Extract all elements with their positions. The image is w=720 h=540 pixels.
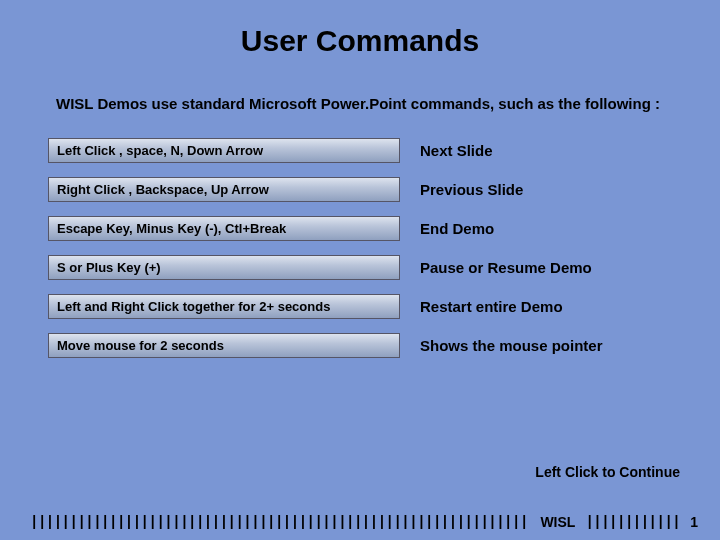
command-row: Escape Key, Minus Key (-), Ctl+Break End… bbox=[48, 216, 680, 241]
command-row: Move mouse for 2 seconds Shows the mouse… bbox=[48, 333, 680, 358]
footer-brand: WISL bbox=[530, 514, 585, 530]
command-row: S or Plus Key (+) Pause or Resume Demo bbox=[48, 255, 680, 280]
footer-ticks-right: |||||||||||| bbox=[585, 514, 680, 530]
slide-title: User Commands bbox=[0, 0, 720, 58]
action-cell: Restart entire Demo bbox=[400, 298, 680, 315]
command-cell: Left Click , space, N, Down Arrow bbox=[48, 138, 400, 163]
action-cell: Shows the mouse pointer bbox=[400, 337, 680, 354]
page-number: 1 bbox=[680, 514, 698, 530]
command-cell: Left and Right Click together for 2+ sec… bbox=[48, 294, 400, 319]
command-row: Left and Right Click together for 2+ sec… bbox=[48, 294, 680, 319]
command-cell: S or Plus Key (+) bbox=[48, 255, 400, 280]
footer: ||||||||||||||||||||||||||||||||||||||||… bbox=[0, 514, 720, 530]
command-cell: Move mouse for 2 seconds bbox=[48, 333, 400, 358]
footer-ticks-left: ||||||||||||||||||||||||||||||||||||||||… bbox=[30, 514, 530, 530]
intro-text: WISL Demos use standard Microsoft Power.… bbox=[0, 58, 720, 128]
command-cell: Escape Key, Minus Key (-), Ctl+Break bbox=[48, 216, 400, 241]
action-cell: End Demo bbox=[400, 220, 680, 237]
command-cell: Right Click , Backspace, Up Arrow bbox=[48, 177, 400, 202]
action-cell: Next Slide bbox=[400, 142, 680, 159]
continue-hint[interactable]: Left Click to Continue bbox=[535, 464, 680, 480]
action-cell: Pause or Resume Demo bbox=[400, 259, 680, 276]
command-row: Right Click , Backspace, Up Arrow Previo… bbox=[48, 177, 680, 202]
action-cell: Previous Slide bbox=[400, 181, 680, 198]
command-rows: Left Click , space, N, Down Arrow Next S… bbox=[0, 128, 720, 358]
command-row: Left Click , space, N, Down Arrow Next S… bbox=[48, 138, 680, 163]
